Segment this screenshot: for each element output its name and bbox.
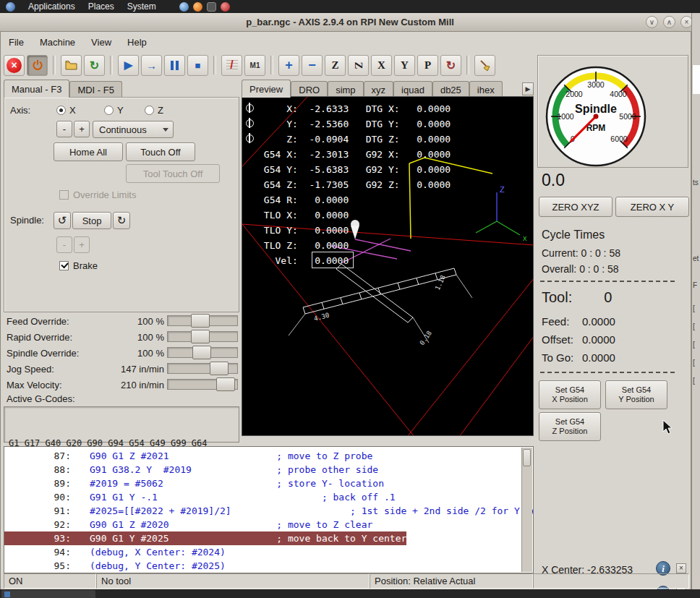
taskbar-window-button[interactable] <box>1 590 95 598</box>
max-velocity-label: Max Velocity: <box>7 380 62 390</box>
slider-handle[interactable] <box>192 346 211 359</box>
display-settings-icon[interactable] <box>207 2 216 12</box>
machine-power-button[interactable] <box>27 55 48 76</box>
stop-program-button[interactable]: ■ <box>187 55 208 76</box>
preview-3d-viewport[interactable]: 4.30 0.18 1.18 Z x <box>242 96 534 436</box>
tab-mdi-f5[interactable]: MDI - F5 <box>69 81 122 98</box>
distro-logo-icon[interactable] <box>6 2 15 12</box>
side-view-y-icon: Y <box>401 59 409 72</box>
cycle-overall-row: Overall: 0 : 0 : 58 <box>542 263 619 275</box>
estop-button[interactable]: × <box>4 55 25 76</box>
clear-plot-button[interactable] <box>474 55 495 76</box>
web-browser-icon[interactable] <box>179 2 189 12</box>
tool-row: Tool:0 <box>542 289 612 306</box>
axis-radio-y[interactable]: Y <box>104 105 124 116</box>
feed-override-slider[interactable] <box>167 315 238 326</box>
run-program-button[interactable]: ▶ <box>118 55 139 76</box>
jog-minus-button[interactable]: - <box>56 121 72 137</box>
block-delete-toggle[interactable]: / <box>221 55 242 76</box>
window-maximize-button[interactable]: ∧ <box>663 16 675 28</box>
zoom-in-button[interactable]: + <box>278 55 299 76</box>
tab-scroll-right-button[interactable]: ▶ <box>522 82 534 95</box>
optional-stop-toggle[interactable]: M1 <box>244 55 265 76</box>
brake-checkbox[interactable]: Brake <box>59 260 98 271</box>
axis-radio-z[interactable]: Z <box>145 105 163 116</box>
rapid-override-slider[interactable] <box>167 331 238 342</box>
tool-touch-off-button[interactable]: Tool Touch Off <box>126 164 220 183</box>
pause-program-button[interactable] <box>164 55 185 76</box>
menu-file[interactable]: File <box>2 35 30 50</box>
slider-handle[interactable] <box>216 377 235 391</box>
rotate-view-button[interactable]: ↻ <box>440 55 461 76</box>
jog-mode-combobox[interactable]: Continuous <box>93 121 174 138</box>
gcode-line[interactable]: 94:(debug, X Center: #2024) <box>4 545 226 559</box>
gcode-line[interactable]: 95:(debug, Y Center: #2025) <box>4 559 226 573</box>
zero-xy-button[interactable]: ZERO X Y <box>615 197 689 217</box>
spindle-ccw-button[interactable]: ↺ <box>54 212 71 229</box>
view-y-button[interactable]: Y <box>394 55 415 76</box>
gcode-line[interactable]: 89:#2019 = #5062 ; store Y- location <box>4 477 384 490</box>
tab-db25[interactable]: db25 <box>432 81 469 98</box>
tab-xyz[interactable]: xyz <box>364 81 394 98</box>
firefox-icon[interactable] <box>193 2 202 12</box>
jog-plus-button[interactable]: + <box>74 121 90 137</box>
menu-places[interactable]: Places <box>88 1 114 12</box>
view-z-button[interactable]: Z <box>325 55 346 76</box>
view-x-button[interactable]: X <box>371 55 392 76</box>
spindle-stop-button[interactable]: Stop <box>72 212 111 229</box>
gcode-line-selected[interactable]: 93:G90 G1 Y #2025 ; move back to Y cente… <box>4 531 406 545</box>
tab-manual-f3[interactable]: Manual - F3 <box>4 80 69 98</box>
axis-main-window: File Machine View Help × ↻ <box>0 32 691 589</box>
touch-off-button[interactable]: Touch Off <box>126 142 195 161</box>
home-all-button[interactable]: Home All <box>54 142 123 161</box>
gcode-scrollbar-thumb[interactable] <box>523 449 531 466</box>
set-g54-x-button[interactable]: Set G54X Position <box>539 380 601 409</box>
gcode-line[interactable]: 87:G90 G1 Z #2021 ; move to Z probe <box>4 449 372 463</box>
axis-radio-x[interactable]: X <box>56 105 76 116</box>
tab-simp[interactable]: simp <box>328 81 363 98</box>
spindle-faster-button[interactable]: + <box>74 236 90 253</box>
jog-speed-slider[interactable] <box>167 363 238 374</box>
spindle-override-slider[interactable] <box>167 347 238 358</box>
offset-value: 0.0000 <box>582 333 615 346</box>
window-minimize-button[interactable]: ∨ <box>646 16 658 28</box>
view-perspective-button[interactable]: P <box>417 55 438 76</box>
set-g54-z-button[interactable]: Set G54Z Position <box>539 412 601 441</box>
menu-machine[interactable]: Machine <box>33 35 82 50</box>
gcode-listing[interactable]: 87:G90 G1 Z #2021 ; move to Z probe 88:G… <box>4 446 534 573</box>
radio-x-icon <box>56 106 66 115</box>
view-z-rotated-button[interactable]: Z <box>348 55 369 76</box>
gcode-line[interactable]: 92:G90 G1 Z #2020 ; move to Z clear <box>4 518 372 531</box>
pause-icon <box>170 61 179 70</box>
spindle-slower-button[interactable]: - <box>56 236 72 253</box>
menu-view[interactable]: View <box>85 35 118 50</box>
gcode-line[interactable]: 91:#2025=[[#2022 + #2019]/2] ; 1st side … <box>4 504 534 518</box>
dro-readout: X: -2.6333 DTG X: 0.0000 Y: -2.5360 DTG … <box>258 101 451 268</box>
gcode-line[interactable]: 88:G91 G38.2 Y #2019 ; probe other side <box>4 463 378 477</box>
gcode-scrollbar[interactable] <box>521 448 532 572</box>
alert-icon[interactable] <box>221 2 230 12</box>
checkbox-icon <box>59 190 69 200</box>
set-g54-y-button[interactable]: Set G54Y Position <box>605 380 667 409</box>
slider-handle[interactable] <box>210 362 229 375</box>
zero-xyz-button[interactable]: ZERO XYZ <box>539 197 612 217</box>
reload-file-button[interactable]: ↻ <box>84 55 105 76</box>
slider-handle[interactable] <box>191 330 210 343</box>
menu-system[interactable]: System <box>127 1 156 12</box>
menu-applications[interactable]: Applications <box>28 1 75 12</box>
tab-dro[interactable]: DRO <box>291 81 328 98</box>
override-limits-checkbox[interactable]: Override Limits <box>59 189 136 200</box>
tab-ihex[interactable]: ihex <box>469 81 503 98</box>
gauge-title: Spindle <box>575 103 617 115</box>
gcode-line[interactable]: 90:G91 G1 Y -.1 ; back off .1 <box>4 490 396 504</box>
max-velocity-slider[interactable] <box>167 379 238 390</box>
open-file-button[interactable] <box>61 55 82 76</box>
slider-handle[interactable] <box>191 314 210 328</box>
run-step-button[interactable]: → <box>141 55 162 76</box>
x-center-close-button[interactable]: × <box>676 563 686 573</box>
tab-iquad[interactable]: iquad <box>393 81 432 98</box>
zoom-out-button[interactable]: − <box>302 55 323 76</box>
tab-preview[interactable]: Preview <box>242 80 291 98</box>
spindle-cw-button[interactable]: ↻ <box>113 212 130 229</box>
menu-help[interactable]: Help <box>121 35 153 50</box>
